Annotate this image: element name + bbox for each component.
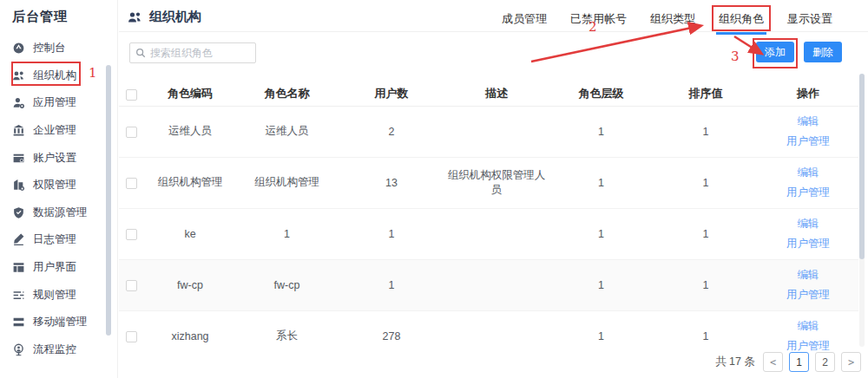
sidebar-item-label: 数据源管理 <box>33 205 88 220</box>
edit-link[interactable]: 编辑 <box>798 319 819 334</box>
organization-icon <box>128 10 142 23</box>
row-checkbox[interactable] <box>126 229 137 240</box>
admin-app-window: 后台管理 控制台 组织机构 应用管理 企业管理 账户设置 <box>0 0 868 378</box>
sidebar-item-label: 权限管理 <box>33 178 76 192</box>
sidebar-item-label: 日志管理 <box>33 232 76 247</box>
pagination: 共 17 条 < 1 2 > <box>715 352 861 372</box>
cell-code: xizhang <box>145 310 235 362</box>
row-checkbox[interactable] <box>126 331 137 342</box>
organization-icon <box>12 69 25 82</box>
app-management-icon <box>12 96 25 109</box>
cell-level: 1 <box>549 310 654 362</box>
cell-name: 运维人员 <box>235 106 339 157</box>
row-checkbox[interactable] <box>126 127 137 138</box>
sidebar-item-label: 控制台 <box>33 41 66 55</box>
dashboard-icon <box>12 42 25 55</box>
cell-name: 组织机构管理 <box>235 157 339 208</box>
table-row: 组织机构管理 组织机构管理 13 组织机构权限管理人员 1 1 编辑用户管理 <box>119 157 858 208</box>
pagination-prev-button[interactable]: < <box>763 352 783 372</box>
content-header: 组织机构 成员管理 已禁用帐号 组织类型 组织角色 显示设置 <box>119 0 868 32</box>
cell-desc <box>444 106 549 157</box>
cell-users: 13 <box>339 157 444 208</box>
sidebar-item-ui[interactable]: 用户界面 <box>0 254 108 282</box>
sidebar-item-enterprise[interactable]: 企业管理 <box>0 117 108 145</box>
row-checkbox[interactable] <box>126 280 137 291</box>
pagination-page-2[interactable]: 2 <box>815 352 835 372</box>
cell-name: 1 <box>235 208 339 259</box>
cell-sort: 1 <box>654 157 758 208</box>
roles-table: 角色编码 角色名称 用户数 描述 角色层级 排序值 操作 运维人员 运维人员 <box>119 82 858 362</box>
content-scrollbar-thumb[interactable] <box>859 74 865 259</box>
column-header-name: 角色名称 <box>235 82 339 106</box>
tab-disabled-accounts[interactable]: 已禁用帐号 <box>569 10 628 29</box>
page-title: 组织机构 <box>128 9 201 25</box>
table-header-row: 角色编码 角色名称 用户数 描述 角色层级 排序值 操作 <box>119 82 858 106</box>
delete-button[interactable]: 删除 <box>804 42 842 62</box>
sidebar-item-label: 规则管理 <box>33 288 76 303</box>
sidebar-item-process-monitor[interactable]: 流程监控 <box>0 336 108 364</box>
cell-level: 1 <box>549 157 654 208</box>
sidebar-item-organization[interactable]: 组织机构 <box>0 62 108 90</box>
sidebar-item-permission[interactable]: 权限管理 <box>0 172 108 199</box>
sidebar-item-mobile[interactable]: 移动端管理 <box>0 309 108 336</box>
sidebar-item-label: 移动端管理 <box>33 315 88 329</box>
cell-users: 1 <box>339 259 444 310</box>
edit-link[interactable]: 编辑 <box>798 268 819 283</box>
pagination-page-1[interactable]: 1 <box>789 352 809 372</box>
cell-name: 系长 <box>235 310 339 362</box>
column-header-code: 角色编码 <box>145 82 235 106</box>
tab-organization-role[interactable]: 组织角色 <box>718 10 765 29</box>
user-manage-link[interactable]: 用户管理 <box>786 134 830 149</box>
ui-icon <box>12 261 25 274</box>
edit-link[interactable]: 编辑 <box>798 217 819 231</box>
add-button-wrap: 添加 <box>756 42 794 62</box>
content-scrollbar[interactable] <box>859 74 865 347</box>
cell-code: ke <box>145 208 235 259</box>
sidebar-item-log[interactable]: 日志管理 <box>0 226 108 254</box>
tab-member-management[interactable]: 成员管理 <box>501 10 548 29</box>
search-box <box>129 42 256 63</box>
edit-link[interactable]: 编辑 <box>798 114 819 129</box>
datasource-icon <box>12 206 25 219</box>
account-settings-icon <box>12 152 25 165</box>
row-checkbox[interactable] <box>126 178 137 189</box>
add-button[interactable]: 添加 <box>756 42 794 62</box>
sidebar-scrollbar[interactable] <box>106 61 111 342</box>
cell-desc: 组织机构权限管理人员 <box>444 157 549 208</box>
sidebar-item-label: 企业管理 <box>33 123 76 138</box>
cell-desc <box>444 259 549 310</box>
pagination-total: 共 17 条 <box>715 355 755 369</box>
tab-display-settings[interactable]: 显示设置 <box>786 10 833 29</box>
column-header-level: 角色层级 <box>549 82 654 106</box>
sidebar: 后台管理 控制台 组织机构 应用管理 企业管理 账户设置 <box>0 0 118 378</box>
cell-users: 278 <box>339 310 444 362</box>
pagination-next-button[interactable]: > <box>841 352 861 372</box>
user-manage-link[interactable]: 用户管理 <box>786 288 830 303</box>
search-input[interactable] <box>150 47 250 59</box>
cell-level: 1 <box>549 208 654 259</box>
sidebar-item-account-settings[interactable]: 账户设置 <box>0 144 108 172</box>
toolbar-buttons: 添加 删除 <box>756 42 842 62</box>
sidebar-item-datasource[interactable]: 数据源管理 <box>0 199 108 227</box>
edit-link[interactable]: 编辑 <box>798 166 819 180</box>
sidebar-scrollbar-thumb[interactable] <box>106 65 111 336</box>
sidebar-item-rules[interactable]: 规则管理 <box>0 281 108 309</box>
cell-users: 1 <box>339 208 444 259</box>
user-manage-link[interactable]: 用户管理 <box>786 237 830 251</box>
column-header-sort: 排序值 <box>654 82 758 106</box>
user-manage-link[interactable]: 用户管理 <box>786 186 830 200</box>
table-row: ke 1 1 1 1 编辑用户管理 <box>119 208 858 259</box>
cell-name: fw-cp <box>235 259 339 310</box>
sidebar-item-dashboard[interactable]: 控制台 <box>0 35 108 62</box>
sidebar-item-label: 流程监控 <box>33 342 76 357</box>
select-all-checkbox[interactable] <box>126 89 137 101</box>
table-row: fw-cp fw-cp 1 1 1 编辑用户管理 <box>119 259 858 310</box>
sidebar-item-app-management[interactable]: 应用管理 <box>0 89 108 117</box>
column-header-desc: 描述 <box>444 82 549 106</box>
cell-sort: 1 <box>654 106 758 157</box>
table-row: 运维人员 运维人员 2 1 1 编辑用户管理 <box>119 106 858 157</box>
tab-organization-type[interactable]: 组织类型 <box>649 10 696 29</box>
log-icon <box>12 233 25 246</box>
sidebar-item-label: 账户设置 <box>33 151 76 166</box>
cell-level: 1 <box>549 259 654 310</box>
